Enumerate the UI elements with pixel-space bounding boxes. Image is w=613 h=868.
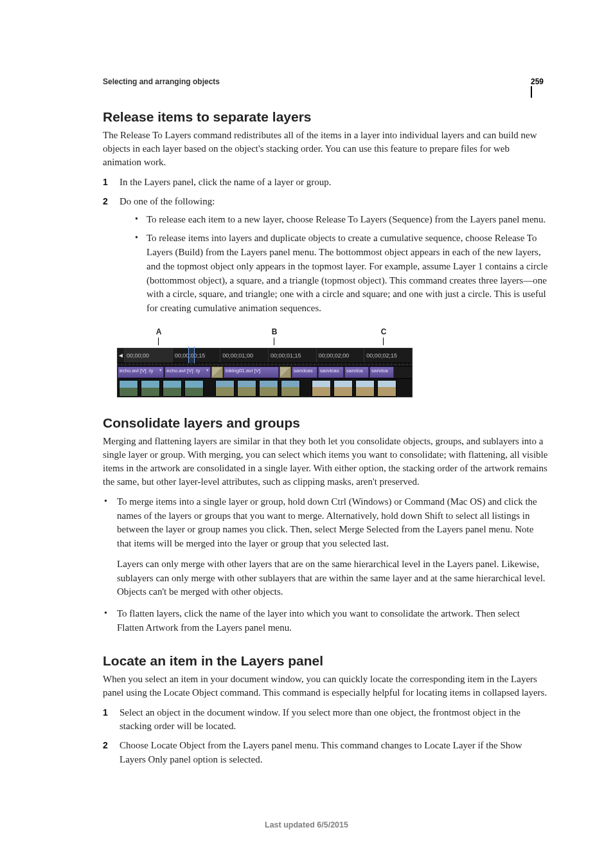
tick-a	[158, 338, 159, 345]
thumb-3	[163, 380, 182, 397]
ruler-cell-2: 00;00;01;00	[220, 348, 268, 363]
timeline: ◄ 00;00;00 00;00;00;15 00;00;01;00 00;00…	[117, 348, 413, 397]
thumb-11	[355, 380, 375, 397]
figure-ticks	[117, 338, 413, 345]
consolidate-bullet-1-text: To merge items into a single layer or gr…	[117, 496, 537, 548]
ruler-cell-5: 00;00;02;15	[364, 348, 412, 363]
locate-step-1: Select an object in the document window.…	[103, 706, 549, 734]
locate-step-2: Choose Locate Object from the Layers pan…	[103, 739, 549, 767]
steps-release: In the Layers panel, click the name of a…	[103, 176, 549, 316]
step-2a: To release each item to a new layer, cho…	[135, 213, 549, 227]
clip-7: sandca	[369, 366, 394, 378]
page-number-rule	[531, 86, 549, 98]
thumb-1	[119, 380, 138, 397]
clip-4: sandcas	[292, 366, 317, 378]
transition-2-icon	[280, 366, 291, 378]
para-locate-intro: When you select an item in your document…	[103, 673, 549, 700]
para-consolidate-intro: Merging and flattening layers are simila…	[103, 435, 549, 489]
clip-menu-icon: ▾	[159, 368, 162, 373]
clip-1: echo.avi [V] .ty▾	[118, 366, 164, 378]
ruler-cell-3: 00;00;01;15	[268, 348, 316, 363]
clip-6: sandca	[344, 366, 369, 378]
thumb-7	[259, 380, 278, 397]
figure-timeline: A B C ◄ 00;00;00 00;00;00;15 00;00;01;00…	[117, 327, 413, 397]
ruler-arrow-left-icon: ◄	[118, 352, 124, 359]
clip-1-label: echo.avi [V] .ty	[120, 368, 153, 374]
step-2-text: Do one of the following:	[120, 196, 215, 206]
ruler-cell-1: 00;00;00;15	[172, 348, 220, 363]
list-consolidate: To merge items into a single layer or gr…	[103, 495, 549, 635]
clip-2: echo.avi [V] .ty▾	[164, 366, 211, 378]
timeline-ruler: ◄ 00;00;00 00;00;00;15 00;00;01;00 00;00…	[118, 348, 412, 363]
footer-updated: Last updated 6/5/2015	[0, 820, 613, 829]
transition-1-icon	[211, 366, 223, 378]
thumb-10	[333, 380, 353, 397]
figure-label-c: C	[361, 327, 406, 336]
breadcrumb: Selecting and arranging objects	[103, 77, 549, 86]
thumb-6	[237, 380, 256, 397]
para-release-intro: The Release To Layers command redistribu…	[103, 129, 549, 169]
step-2: Do one of the following: To release each…	[103, 195, 549, 316]
steps-locate: Select an object in the document window.…	[103, 706, 549, 767]
thumb-2	[141, 380, 160, 397]
thumb-gap	[205, 379, 214, 397]
thumb-4	[184, 380, 204, 397]
figure-labels: A B C	[117, 327, 413, 336]
consolidate-bullet-1-sub: Layers can only merge with other layers …	[117, 557, 549, 599]
heading-release: Release items to separate layers	[103, 109, 549, 125]
consolidate-bullet-1: To merge items into a single layer or gr…	[103, 495, 549, 599]
clip-menu-icon: ▾	[206, 368, 209, 373]
thumb-12	[377, 380, 396, 397]
step-2b: To release items into layers and duplica…	[135, 231, 549, 316]
timeline-track-1: echo.avi [V] .ty▾ echo.avi [V] .ty▾ biki…	[118, 366, 412, 379]
ruler-cell-4: 00;00;02;00	[316, 348, 364, 363]
ruler-cell-0: 00;00;00	[124, 348, 172, 363]
thumb-gap-2	[301, 379, 310, 397]
figure-label-a: A	[136, 327, 181, 336]
consolidate-bullet-2: To flatten layers, click the name of the…	[103, 607, 549, 635]
heading-consolidate: Consolidate layers and groups	[103, 415, 549, 431]
thumb-9	[312, 380, 331, 397]
step-2-sublist: To release each item to a new layer, cho…	[135, 213, 549, 316]
figure-label-b: B	[252, 327, 297, 336]
heading-locate: Locate an item in the Layers panel	[103, 653, 549, 669]
thumb-8	[281, 380, 300, 397]
playhead-icon	[188, 347, 195, 363]
step-1: In the Layers panel, click the name of a…	[103, 176, 549, 190]
page-number-wrap: 259	[531, 77, 549, 98]
tick-b	[274, 338, 274, 345]
timeline-thumbs	[118, 379, 412, 397]
clip-3: biking01.avi [V]	[224, 366, 279, 378]
page-number: 259	[531, 77, 549, 86]
thumb-5	[215, 380, 235, 397]
clip-5: sandcas	[318, 366, 344, 378]
tick-c	[383, 338, 384, 345]
clip-2-label: echo.avi [V] .ty	[166, 368, 200, 374]
page: 259 Selecting and arranging objects Rele…	[0, 0, 613, 868]
